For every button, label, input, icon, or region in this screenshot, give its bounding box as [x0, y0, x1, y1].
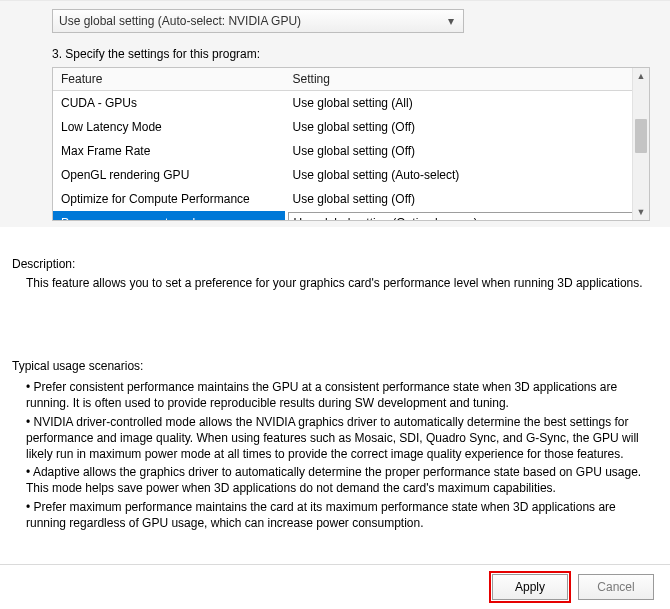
table-scrollbar[interactable]: ▲ ▼: [632, 68, 649, 220]
scroll-thumb[interactable]: [635, 119, 647, 153]
chevron-down-icon: ▾: [621, 214, 632, 220]
feature-cell: Max Frame Rate: [53, 139, 285, 163]
program-settings-panel: Use global setting (Auto-select: NVIDIA …: [0, 0, 670, 227]
global-setting-value: Use global setting (Auto-select: NVIDIA …: [59, 14, 301, 28]
feature-cell: Power management mode: [53, 211, 285, 220]
usage-list: Prefer consistent performance maintains …: [26, 379, 644, 531]
setting-cell: Use global setting (Off): [285, 115, 632, 139]
setting-cell: Use global setting (Off): [285, 187, 632, 211]
feature-cell: CUDA - GPUs: [53, 91, 285, 116]
column-header-feature[interactable]: Feature: [53, 68, 285, 91]
description-heading: Description:: [12, 257, 658, 271]
global-setting-dropdown[interactable]: Use global setting (Auto-select: NVIDIA …: [52, 9, 464, 33]
setting-dropdown[interactable]: Use global setting (Optimal power) ▾: [288, 212, 632, 220]
setting-cell-selected: Use global setting (Optimal power) ▾: [285, 211, 632, 220]
settings-table: Feature Setting CUDA - GPUs Use global s…: [53, 68, 632, 220]
table-row[interactable]: Optimize for Compute Performance Use glo…: [53, 187, 632, 211]
table-row[interactable]: CUDA - GPUs Use global setting (All): [53, 91, 632, 116]
chevron-down-icon: ▾: [443, 14, 459, 28]
dialog-footer: Apply Cancel: [0, 564, 670, 609]
table-row[interactable]: Max Frame Rate Use global setting (Off): [53, 139, 632, 163]
feature-cell: Optimize for Compute Performance: [53, 187, 285, 211]
settings-table-container: Feature Setting CUDA - GPUs Use global s…: [52, 67, 650, 221]
setting-dropdown-value: Use global setting (Optimal power): [294, 214, 478, 220]
feature-cell: OpenGL rendering GPU: [53, 163, 285, 187]
scroll-down-icon[interactable]: ▼: [633, 204, 649, 220]
table-row[interactable]: OpenGL rendering GPU Use global setting …: [53, 163, 632, 187]
step-3-label: 3. Specify the settings for this program…: [12, 43, 658, 67]
table-row-selected[interactable]: Power management mode Use global setting…: [53, 211, 632, 220]
global-setting-row: Use global setting (Auto-select: NVIDIA …: [12, 1, 658, 43]
apply-button[interactable]: Apply: [492, 574, 568, 600]
setting-cell: Use global setting (Off): [285, 139, 632, 163]
setting-cell: Use global setting (Auto-select): [285, 163, 632, 187]
table-row[interactable]: Low Latency Mode Use global setting (Off…: [53, 115, 632, 139]
usage-item: Prefer maximum performance maintains the…: [26, 499, 644, 531]
usage-heading: Typical usage scenarios:: [12, 359, 658, 373]
description-section: Description: This feature allows you to …: [0, 227, 670, 531]
settings-table-body: Feature Setting CUDA - GPUs Use global s…: [53, 68, 632, 220]
scroll-track[interactable]: [633, 84, 649, 204]
usage-item: NVIDIA driver-controlled mode allows the…: [26, 414, 644, 463]
usage-item: Prefer consistent performance maintains …: [26, 379, 644, 411]
scroll-up-icon[interactable]: ▲: [633, 68, 649, 84]
description-text: This feature allows you to set a prefere…: [26, 275, 658, 291]
column-header-setting[interactable]: Setting: [285, 68, 632, 91]
setting-cell: Use global setting (All): [285, 91, 632, 116]
feature-cell: Low Latency Mode: [53, 115, 285, 139]
cancel-button[interactable]: Cancel: [578, 574, 654, 600]
usage-item: Adaptive allows the graphics driver to a…: [26, 464, 644, 496]
